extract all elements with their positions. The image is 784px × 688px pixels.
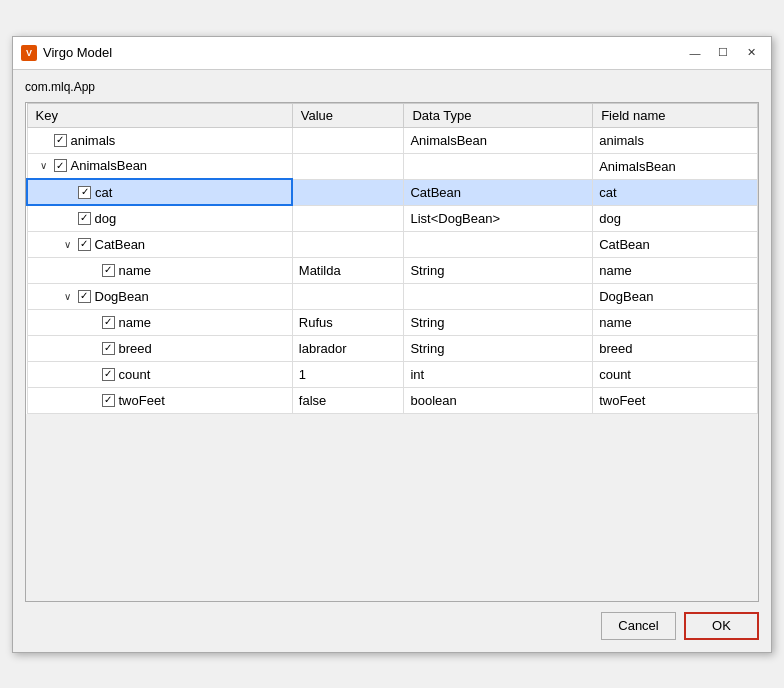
cell-value-row-dog: [292, 205, 404, 231]
key-text: name: [119, 263, 152, 278]
main-window: V Virgo Model — ☐ ✕ com.mlq.App Key Valu…: [12, 36, 772, 653]
checkbox[interactable]: [102, 368, 115, 381]
cell-datatype-row-catbean: [404, 231, 593, 257]
table-row[interactable]: ∨DogBeanDogBean: [27, 283, 758, 309]
cell-datatype-row-animalsbean: [404, 153, 593, 179]
key-text: breed: [119, 341, 152, 356]
cell-value-row-dog-breed: labrador: [292, 335, 404, 361]
app-icon: V: [21, 45, 37, 61]
checkbox[interactable]: [54, 159, 67, 172]
cell-datatype-row-animals: AnimalsBean: [404, 127, 593, 153]
checkbox[interactable]: [102, 394, 115, 407]
cell-fieldname-row-cat: cat: [593, 179, 758, 205]
cell-datatype-row-cat-name: String: [404, 257, 593, 283]
title-bar: V Virgo Model — ☐ ✕: [13, 37, 771, 70]
app-label: com.mlq.App: [25, 78, 759, 96]
cell-key-row-catbean: ∨CatBean: [27, 231, 292, 257]
table-row[interactable]: dogList<DogBean>dog: [27, 205, 758, 231]
maximize-button[interactable]: ☐: [711, 43, 735, 63]
cancel-button[interactable]: Cancel: [601, 612, 676, 640]
cell-fieldname-row-dogbean: DogBean: [593, 283, 758, 309]
key-text: DogBean: [95, 289, 149, 304]
cell-key-row-animals: animals: [27, 127, 292, 153]
key-text: count: [119, 367, 151, 382]
cell-datatype-row-dog: List<DogBean>: [404, 205, 593, 231]
cell-fieldname-row-dog-breed: breed: [593, 335, 758, 361]
cell-value-row-animals: [292, 127, 404, 153]
checkbox[interactable]: [102, 316, 115, 329]
table-row[interactable]: nameMatildaStringname: [27, 257, 758, 283]
col-header-value: Value: [292, 103, 404, 127]
expand-arrow[interactable]: ∨: [62, 291, 74, 302]
checkbox[interactable]: [78, 290, 91, 303]
col-header-fieldname: Field name: [593, 103, 758, 127]
cell-datatype-row-dogbean: [404, 283, 593, 309]
table-row[interactable]: catCatBeancat: [27, 179, 758, 205]
cell-value-row-catbean: [292, 231, 404, 257]
cell-fieldname-row-cat-name: name: [593, 257, 758, 283]
key-text: name: [119, 315, 152, 330]
cell-fieldname-row-animals: animals: [593, 127, 758, 153]
cell-key-row-cat: cat: [27, 179, 292, 205]
table-row[interactable]: breedlabradorStringbreed: [27, 335, 758, 361]
key-text: AnimalsBean: [71, 158, 148, 173]
cell-datatype-row-cat: CatBean: [404, 179, 593, 205]
cell-value-row-animalsbean: [292, 153, 404, 179]
cell-key-row-dog-count: count: [27, 361, 292, 387]
cell-key-row-dog-twofeet: twoFeet: [27, 387, 292, 413]
button-row: Cancel OK: [25, 612, 759, 640]
checkbox[interactable]: [102, 342, 115, 355]
tree-table: Key Value Data Type Field name animalsAn…: [26, 103, 758, 414]
cell-key-row-cat-name: name: [27, 257, 292, 283]
window-controls: — ☐ ✕: [683, 43, 763, 63]
tree-table-container[interactable]: Key Value Data Type Field name animalsAn…: [25, 102, 759, 602]
cell-fieldname-row-animalsbean: AnimalsBean: [593, 153, 758, 179]
cell-value-row-dog-name: Rufus: [292, 309, 404, 335]
cell-value-row-dogbean: [292, 283, 404, 309]
table-row[interactable]: twoFeetfalsebooleantwoFeet: [27, 387, 758, 413]
cell-key-row-dog-name: name: [27, 309, 292, 335]
cell-fieldname-row-dog-twofeet: twoFeet: [593, 387, 758, 413]
cell-key-row-dog: dog: [27, 205, 292, 231]
cell-fieldname-row-dog-count: count: [593, 361, 758, 387]
table-header-row: Key Value Data Type Field name: [27, 103, 758, 127]
key-text: CatBean: [95, 237, 146, 252]
table-row[interactable]: ∨CatBeanCatBean: [27, 231, 758, 257]
checkbox[interactable]: [78, 238, 91, 251]
table-row[interactable]: animalsAnimalsBeananimals: [27, 127, 758, 153]
window-content: com.mlq.App Key Value Data Type Field na…: [13, 70, 771, 652]
cell-fieldname-row-dog-name: name: [593, 309, 758, 335]
cell-fieldname-row-catbean: CatBean: [593, 231, 758, 257]
title-bar-left: V Virgo Model: [21, 45, 112, 61]
cell-datatype-row-dog-name: String: [404, 309, 593, 335]
cell-key-row-dog-breed: breed: [27, 335, 292, 361]
key-text: cat: [95, 185, 112, 200]
cell-value-row-cat-name: Matilda: [292, 257, 404, 283]
checkbox[interactable]: [78, 186, 91, 199]
cell-key-row-dogbean: ∨DogBean: [27, 283, 292, 309]
checkbox[interactable]: [102, 264, 115, 277]
table-row[interactable]: count1intcount: [27, 361, 758, 387]
ok-button[interactable]: OK: [684, 612, 759, 640]
minimize-button[interactable]: —: [683, 43, 707, 63]
checkbox[interactable]: [54, 134, 67, 147]
cell-key-row-animalsbean: ∨AnimalsBean: [27, 153, 292, 179]
key-text: twoFeet: [119, 393, 165, 408]
cell-datatype-row-dog-twofeet: boolean: [404, 387, 593, 413]
window-title: Virgo Model: [43, 45, 112, 60]
cell-value-row-dog-twofeet: false: [292, 387, 404, 413]
col-header-datatype: Data Type: [404, 103, 593, 127]
checkbox[interactable]: [78, 212, 91, 225]
cell-value-row-cat: [292, 179, 404, 205]
expand-arrow[interactable]: ∨: [38, 160, 50, 171]
table-row[interactable]: nameRufusStringname: [27, 309, 758, 335]
key-text: dog: [95, 211, 117, 226]
key-text: animals: [71, 133, 116, 148]
table-row[interactable]: ∨AnimalsBeanAnimalsBean: [27, 153, 758, 179]
close-button[interactable]: ✕: [739, 43, 763, 63]
col-header-key: Key: [27, 103, 292, 127]
cell-datatype-row-dog-count: int: [404, 361, 593, 387]
cell-datatype-row-dog-breed: String: [404, 335, 593, 361]
cell-fieldname-row-dog: dog: [593, 205, 758, 231]
expand-arrow[interactable]: ∨: [62, 239, 74, 250]
